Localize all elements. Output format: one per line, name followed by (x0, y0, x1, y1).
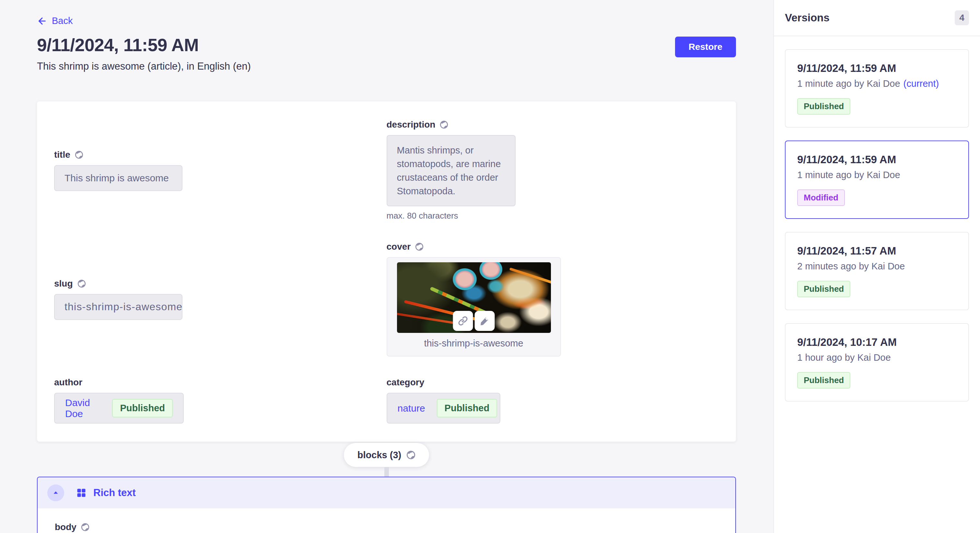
main-area: Back 9/11/2024, 11:59 AM This shrimp is … (0, 0, 773, 533)
description-field-label: description (387, 119, 436, 130)
versions-list: 9/11/2024, 11:59 AM 1 minute ago by Kai … (774, 36, 980, 414)
version-date: 9/11/2024, 11:59 AM (797, 154, 957, 166)
copy-link-button[interactable] (453, 311, 473, 331)
version-fields-card: title This shrimp is awesome description… (37, 102, 736, 442)
back-link[interactable]: Back (37, 16, 73, 26)
edit-asset-button[interactable] (475, 311, 495, 331)
blocks-pill-label: blocks (3) (358, 450, 401, 460)
version-status-badge: Published (797, 372, 850, 389)
description-field: description Mantis shrimps, or stomatopo… (387, 119, 719, 221)
cover-field: cover (387, 241, 719, 357)
link-icon (458, 316, 468, 326)
cover-caption: this-shrimp-is-awesome (397, 338, 550, 349)
version-meta: 1 minute ago by Kai Doe (797, 170, 957, 180)
rich-text-component-block: Rich text body (37, 477, 736, 533)
title-input: This shrimp is awesome (54, 165, 183, 191)
title-field-label: title (54, 150, 70, 160)
back-label[interactable]: Back (52, 16, 73, 26)
version-status-badge: Modified (797, 189, 845, 206)
component-grid-icon (76, 488, 86, 498)
body-field: body (55, 522, 718, 532)
version-card[interactable]: 9/11/2024, 11:57 AM 2 minutes ago by Kai… (785, 232, 969, 310)
collapse-button[interactable] (47, 484, 64, 501)
description-textarea: Mantis shrimps, or stomatopods, are mari… (387, 135, 515, 206)
component-title: Rich text (93, 487, 136, 499)
versions-count-badge: 4 (955, 10, 969, 25)
globe-icon (75, 151, 83, 159)
version-status-badge: Published (797, 281, 850, 297)
globe-icon (440, 121, 448, 129)
body-field-label: body (55, 522, 76, 532)
page-header: 9/11/2024, 11:59 AM This shrimp is aweso… (37, 35, 736, 72)
version-status-badge: Published (797, 98, 850, 115)
version-meta: 2 minutes ago by Kai Doe (797, 261, 957, 272)
globe-icon (78, 279, 86, 288)
versions-title: Versions (785, 12, 830, 24)
version-card-selected[interactable]: 9/11/2024, 11:59 AM 1 minute ago by Kai … (785, 141, 969, 219)
status-badge: Published (112, 399, 173, 417)
category-field: category nature Published (387, 377, 719, 424)
versions-sidebar: Versions 4 9/11/2024, 11:59 AM 1 minute … (773, 0, 980, 533)
page-subtitle: This shrimp is awesome (article), in Eng… (37, 60, 251, 72)
cover-image (397, 262, 551, 333)
restore-button[interactable]: Restore (675, 36, 736, 57)
component-header[interactable]: Rich text (38, 477, 735, 508)
author-link[interactable]: David Doe (65, 397, 100, 419)
slug-field-label: slug (54, 279, 73, 289)
blocks-pill[interactable]: blocks (3) (344, 443, 429, 467)
component-connector (384, 467, 389, 477)
slug-input: this-shrimp-is-awesome (54, 294, 183, 320)
author-field-label: author (54, 377, 82, 388)
globe-icon (415, 243, 423, 251)
version-date: 9/11/2024, 11:57 AM (797, 245, 957, 257)
slug-field: slug this-shrimp-is-awesome (54, 279, 387, 320)
chevron-up-icon (52, 489, 59, 497)
version-date: 9/11/2024, 10:17 AM (797, 336, 957, 348)
version-date: 9/11/2024, 11:59 AM (797, 62, 957, 75)
version-card[interactable]: 9/11/2024, 10:17 AM 1 hour ago by Kai Do… (785, 323, 969, 401)
globe-icon (406, 451, 415, 460)
current-version-link[interactable]: (current) (904, 78, 939, 89)
status-badge: Published (437, 399, 498, 417)
category-link[interactable]: nature (398, 403, 425, 414)
category-field-label: category (387, 377, 425, 388)
cover-field-label: cover (387, 241, 411, 252)
page-title: 9/11/2024, 11:59 AM (37, 35, 251, 56)
arrow-left-icon (37, 16, 47, 26)
pencil-icon (480, 316, 490, 326)
author-field: author David Doe Published (54, 377, 387, 424)
cover-asset-card: this-shrimp-is-awesome (387, 257, 561, 357)
version-card[interactable]: 9/11/2024, 11:59 AM 1 minute ago by Kai … (785, 49, 969, 128)
category-relation-box: nature Published (387, 393, 500, 424)
version-meta: 1 hour ago by Kai Doe (797, 352, 957, 363)
author-relation-box: David Doe Published (54, 393, 184, 424)
title-field: title This shrimp is awesome (54, 150, 387, 191)
globe-icon (81, 523, 89, 531)
version-meta: 1 minute ago by Kai Doe(current) (797, 78, 957, 89)
description-hint: max. 80 characters (387, 211, 719, 221)
